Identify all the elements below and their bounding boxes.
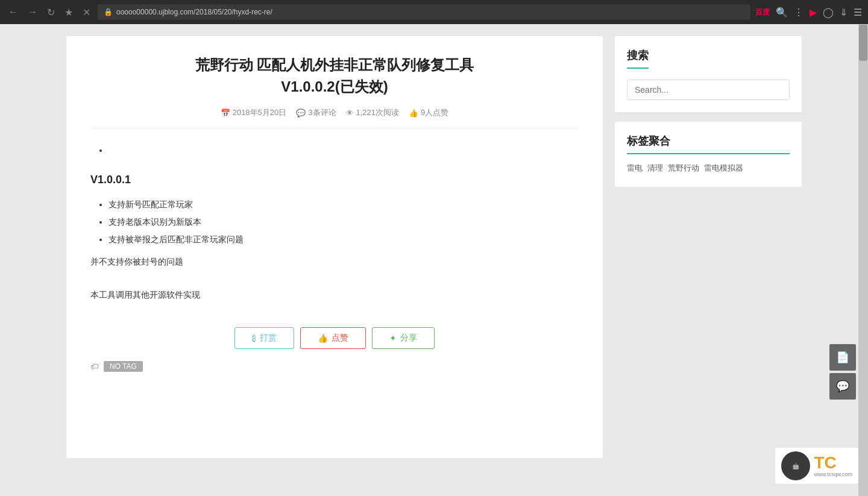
article-views: 👁 1,221次阅读 [346,107,400,118]
tags-widget-title: 标签聚合 [627,134,790,154]
wechat-icon: 💬 [836,380,849,393]
browser-chrome: ← → ↻ ★ ✕ 🔒 ooooo00000.ujblog.com/2018/0… [0,0,868,24]
baidu-icon[interactable]: 百度 [755,7,770,17]
tc-brand: TC www.tcsqw.com [814,454,852,477]
article-tags: 🏷 NO TAG [90,361,579,372]
article-date: 📅 2018年5月20日 [221,107,287,118]
scrollbar[interactable] [858,24,868,496]
article-body: V1.0.0.1 支持新号匹配正常玩家 支持老版本识别为新版本 支持被举报之后匹… [90,143,579,303]
eye-icon: 👁 [346,108,354,118]
search-widget: 搜索 [615,36,802,112]
reward-button[interactable]: ₿ 打赏 [234,327,294,349]
close-tab-button[interactable]: ✕ [80,5,93,19]
float-wechat-button[interactable]: 💬 [829,373,856,400]
article-title: 荒野行动 匹配人机外挂非正常队列修复工具 V1.0.0.2(已失效) [90,54,579,98]
search-icon[interactable]: 🔍 [776,7,788,18]
tc-logo-text: TC [814,454,852,471]
tag-item-0[interactable]: 雷电 [627,162,643,175]
browser-toolbar: 百度 🔍 ⋮ ▶ ◯ ⇓ ☰ [755,7,862,18]
version-heading: V1.0.0.1 [90,170,579,189]
share-button[interactable]: ✦ 分享 [372,327,435,349]
calendar-icon: 📅 [221,108,230,118]
tag-item-3[interactable]: 雷电模拟器 [704,162,743,175]
list-item: 支持老版本识别为新版本 [108,215,579,230]
article-comments[interactable]: 💬 3条评论 [296,107,336,118]
tag-icon: 🏷 [90,362,99,371]
download-icon[interactable]: ⇓ [840,7,848,18]
comment-icon: 💬 [296,108,306,118]
float-document-button[interactable]: 📄 [829,344,856,371]
back-button[interactable]: ← [6,5,20,19]
main-article: 荒野行动 匹配人机外挂非正常队列修复工具 V1.0.0.2(已失效) 📅 201… [66,36,603,458]
search-input[interactable] [627,80,790,100]
document-icon: 📄 [836,351,849,364]
forward-button[interactable]: → [25,5,40,19]
tags-widget: 标签聚合 雷电 清理 荒野行动 雷电模拟器 [615,122,802,187]
tc-watermark: 🤖 TC www.tcsqw.com [775,448,858,484]
video-icon[interactable]: ▶ [810,7,817,18]
share-icon: ✦ [389,333,397,343]
list-item: 支持新号匹配正常玩家 [108,197,579,212]
article-meta: 📅 2018年5月20日 💬 3条评论 👁 1,221次阅读 👍 9人点赞 [90,107,579,128]
floating-buttons: 📄 💬 [829,344,856,400]
article-actions: ₿ 打赏 👍 点赞 ✦ 分享 [90,327,579,349]
tc-robot-icon: 🤖 [781,451,810,480]
record-icon[interactable]: ◯ [823,7,834,18]
sidebar: 搜索 标签聚合 雷电 清理 荒野行动 雷电模拟器 [615,36,802,458]
no-tag-badge: NO TAG [104,361,143,372]
thumb-icon: 👍 [409,108,418,118]
url-text: ooooo00000.ujblog.com/2018/05/20/hyxd-re… [116,8,272,16]
scrollbar-thumb[interactable] [859,25,867,61]
list-item: 支持被举报之后匹配非正常玩家问题 [108,232,579,247]
bookmark-button[interactable]: ★ [62,5,75,19]
article-footer-note: 本工具调用其他开源软件实现 [90,287,579,303]
tc-url-text: www.tcsqw.com [814,471,852,477]
like-button[interactable]: 👍 点赞 [300,327,366,349]
like-icon: 👍 [318,333,328,343]
menu-icon[interactable]: ☰ [854,7,862,18]
article-note: 并不支持你被封号的问题 [90,254,579,269]
refresh-button[interactable]: ↻ [45,5,57,19]
page-wrapper: 荒野行动 匹配人机外挂非正常队列修复工具 V1.0.0.2(已失效) 📅 201… [0,24,868,496]
grid-icon[interactable]: ⋮ [794,7,804,18]
feature-list: 支持新号匹配正常玩家 支持老版本识别为新版本 支持被举报之后匹配非正常玩家问题 [90,197,579,248]
search-widget-title: 搜索 [627,48,649,69]
tag-item-2[interactable]: 荒野行动 [668,162,699,175]
content-area: 荒野行动 匹配人机外挂非正常队列修复工具 V1.0.0.2(已失效) 📅 201… [54,36,814,458]
article-likes: 👍 9人点赞 [409,107,448,118]
lock-icon: 🔒 [104,8,113,16]
tag-item-1[interactable]: 清理 [647,162,663,175]
empty-bullet-section [90,143,579,158]
tags-list: 雷电 清理 荒野行动 雷电模拟器 [627,162,790,175]
reward-icon: ₿ [252,333,256,343]
address-bar[interactable]: 🔒 ooooo00000.ujblog.com/2018/05/20/hyxd-… [98,4,750,20]
